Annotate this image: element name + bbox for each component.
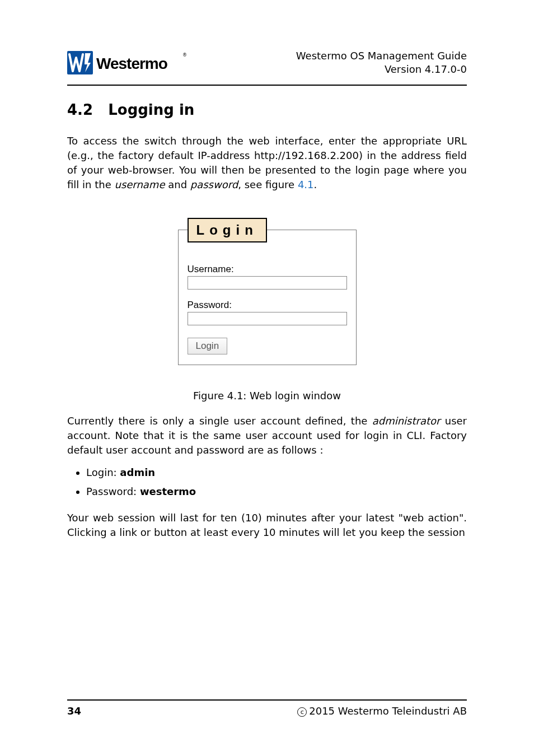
svg-text:Westermo: Westermo	[96, 55, 168, 72]
username-label: Username:	[188, 264, 347, 275]
login-fieldset: Login Username: Password: Login	[178, 218, 357, 365]
login-credential: Login: admin	[86, 463, 467, 482]
page-footer: 34 c2015 Westermo Teleindustri AB	[67, 699, 467, 717]
figure-login-window: Login Username: Password: Login	[67, 218, 467, 365]
credentials-list: Login: admin Password: westermo	[67, 463, 467, 501]
login-legend: Login	[188, 218, 267, 242]
copyright-icon: c	[297, 707, 307, 717]
section-number: 4.2	[67, 101, 93, 118]
footer-rule	[67, 699, 467, 701]
login-button[interactable]: Login	[188, 338, 228, 354]
section-heading: 4.2 Logging in	[67, 101, 467, 118]
header-rule	[67, 85, 467, 86]
admin-account-paragraph: Currently there is only a single user ac…	[67, 414, 467, 458]
doc-version: Version 4.17.0-0	[296, 63, 467, 76]
session-paragraph: Your web session will last for ten (10) …	[67, 511, 467, 540]
figure-caption: Figure 4.1: Web login window	[67, 390, 467, 402]
doc-title: Westermo OS Management Guide	[296, 49, 467, 63]
svg-text:®: ®	[182, 53, 187, 58]
figure-ref-link[interactable]: 4.1	[298, 179, 314, 190]
password-input[interactable]	[188, 312, 347, 325]
password-credential: Password: westermo	[86, 482, 467, 501]
header-title: Westermo OS Management Guide Version 4.1…	[296, 49, 467, 77]
username-input[interactable]	[188, 276, 347, 290]
intro-paragraph: To access the switch through the web int…	[67, 134, 467, 192]
section-title-text: Logging in	[108, 101, 194, 118]
password-label: Password:	[188, 300, 347, 311]
page-header: Westermo ® Westermo OS Management Guide …	[67, 49, 467, 85]
westermo-logo: Westermo ®	[67, 50, 188, 76]
copyright: c2015 Westermo Teleindustri AB	[297, 705, 467, 717]
page-number: 34	[67, 705, 81, 717]
